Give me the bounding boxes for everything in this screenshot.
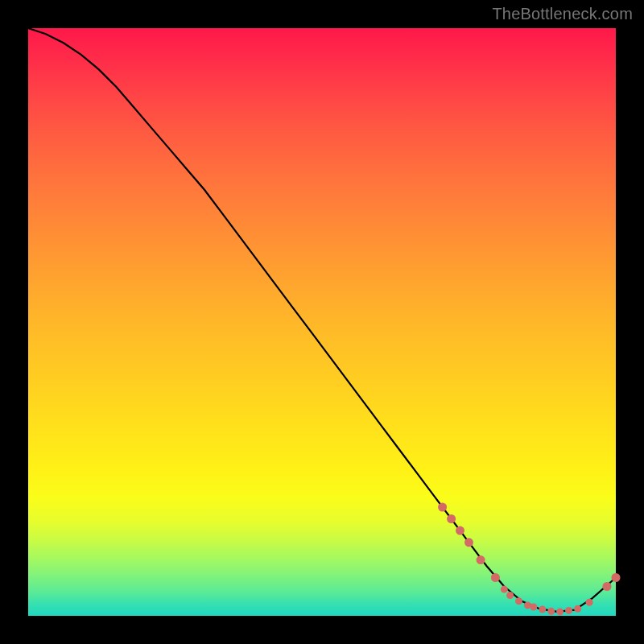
data-marker — [530, 604, 537, 611]
data-marker — [603, 582, 612, 591]
watermark-text: TheBottleneck.com — [492, 5, 633, 23]
data-marker — [438, 503, 447, 512]
data-marker — [574, 605, 581, 613]
data-marker — [515, 597, 522, 605]
data-marker — [556, 608, 564, 615]
data-marker — [506, 592, 514, 599]
data-marker — [539, 606, 546, 613]
data-marker — [477, 555, 485, 564]
data-marker — [464, 538, 473, 547]
data-marker — [456, 526, 464, 535]
bottleneck-curve — [28, 28, 616, 612]
data-marker — [612, 573, 621, 582]
chart-stage: TheBottleneck.com — [0, 0, 644, 644]
plot-area — [28, 28, 616, 616]
data-marker — [501, 586, 508, 593]
data-marker — [565, 607, 572, 614]
data-marker — [586, 599, 593, 606]
data-marker — [491, 573, 500, 582]
curve-svg — [28, 28, 616, 616]
data-marker — [447, 514, 456, 523]
data-marker — [547, 608, 555, 615]
